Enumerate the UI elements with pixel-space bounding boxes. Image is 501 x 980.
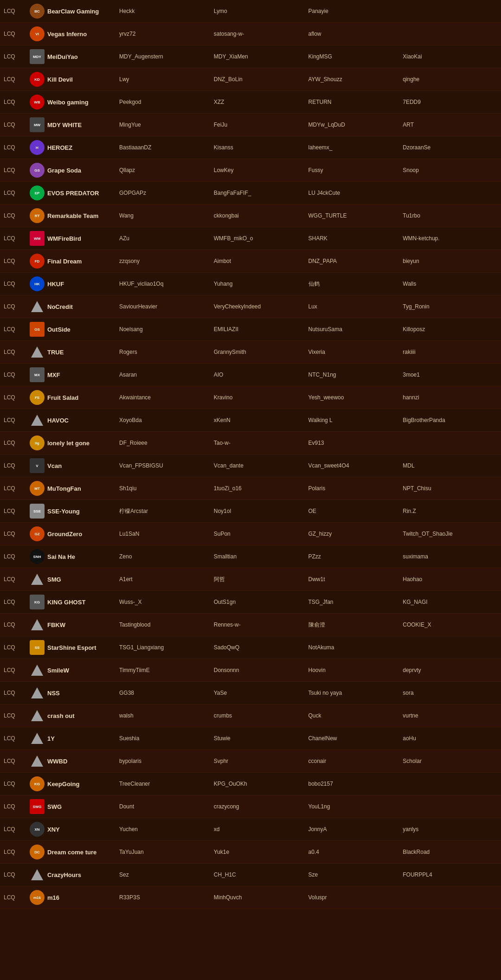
table-row: LCQ DC Dream come ture TaYuJuan Yuk1e a0…: [0, 841, 501, 864]
team-name: StarShine Esport: [47, 644, 119, 651]
league-label: LCQ: [4, 508, 27, 514]
player-3: LU J4ckCute: [308, 190, 403, 196]
player-4: KG_NAGI: [403, 599, 497, 605]
player-1: Noelsang: [119, 326, 214, 333]
league-label: LCQ: [4, 53, 27, 60]
player-1: yrvz72: [119, 31, 214, 37]
player-1: Wang: [119, 212, 214, 219]
team-logo: SNH: [27, 548, 47, 565]
team-logo: [27, 298, 47, 315]
table-row: LCQ MDY MeiDuiYao MDY_Augenstern MDY_Xia…: [0, 45, 501, 68]
league-label: LCQ: [4, 644, 27, 651]
team-name: BearClaw Gaming: [47, 8, 119, 15]
table-row: LCQ KG KeepGoing TreeCleaner KPG_OuOKh b…: [0, 773, 501, 795]
player-2: xKenN: [214, 417, 308, 423]
table-row: LCQ BC BearClaw Gaming Heckk Lymo Panayi…: [0, 0, 501, 23]
player-2: AIO: [214, 372, 308, 378]
team-logo: [27, 730, 47, 747]
player-4: yanlys: [403, 826, 497, 833]
player-1: zzqsony: [119, 258, 214, 264]
team-name: Grape Soda: [47, 167, 119, 174]
player-1: SaviourHeavier: [119, 303, 214, 310]
svg-marker-5: [31, 665, 43, 676]
player-2: CH_H1C: [214, 871, 308, 878]
team-logo: SSE: [27, 503, 47, 519]
player-3: laheemx_: [308, 144, 403, 151]
team-logo: GS: [27, 162, 47, 179]
player-1: Dount: [119, 803, 214, 810]
team-name: SmileW: [47, 667, 119, 674]
player-4: bieyun: [403, 258, 497, 264]
league-label: LCQ: [4, 122, 27, 128]
player-2: FeiJu: [214, 122, 308, 128]
table-row: LCQ SWG SWG Dount crazycong YouL1ng: [0, 795, 501, 818]
team-name: TRUE: [47, 349, 119, 356]
player-3: Ev913: [308, 440, 403, 446]
table-row: LCQ SS StarShine Esport TSG1_Liangxiang …: [0, 636, 501, 659]
team-logo: [27, 571, 47, 588]
table-row: LCQ SMG A1ert 阿哲 Dww1t Haohao: [0, 568, 501, 591]
league-label: LCQ: [4, 303, 27, 310]
table-row: LCQ OS OutSide Noelsang EMILIAZII Nutsur…: [0, 318, 501, 341]
team-logo: FS: [27, 389, 47, 406]
league-label: LCQ: [4, 417, 27, 423]
player-3: PZzz: [308, 553, 403, 560]
team-name: WWBD: [47, 758, 119, 765]
player-1: XoyoBda: [119, 417, 214, 423]
player-1: Sh1qiu: [119, 485, 214, 492]
team-logo: [27, 866, 47, 883]
team-logo: MDY: [27, 48, 47, 65]
team-logo: KG: [27, 775, 47, 792]
player-1: Vcan_FPSBIGSU: [119, 462, 214, 469]
player-3: RETURN: [308, 99, 403, 105]
player-2: LowKey: [214, 167, 308, 173]
team-logo: [27, 662, 47, 679]
player-1: Yuchen: [119, 826, 214, 833]
team-name: crash out: [47, 712, 119, 719]
player-1: BastiaaanDZ: [119, 144, 214, 151]
player-3: Lux: [308, 303, 403, 310]
player-3: MDYw_LqDuD: [308, 122, 403, 128]
player-1: TimmyTiimE: [119, 667, 214, 673]
team-logo: WM: [27, 230, 47, 247]
table-row: LCQ RT Remarkable Team Wang ckkongbai WG…: [0, 205, 501, 227]
player-4: ART: [403, 122, 497, 128]
player-2: DNZ_BoLin: [214, 76, 308, 83]
player-4: deprvty: [403, 667, 497, 673]
player-3: OE: [308, 508, 403, 514]
player-4: qinghe: [403, 76, 497, 83]
player-4: sora: [403, 690, 497, 696]
player-3: AYW_Shouzz: [308, 76, 403, 83]
player-4: Tu1rbo: [403, 212, 497, 219]
player-1: HKUF_vicliao1Oq: [119, 281, 214, 287]
player-4: Twitch_OT_ShaoJie: [403, 531, 497, 537]
player-2: Lymo: [214, 8, 308, 14]
team-logo: GZ: [27, 525, 47, 542]
team-logo: XN: [27, 821, 47, 838]
player-2: Kravino: [214, 394, 308, 401]
table-row: LCQ MT MuTongFan Sh1qiu 1tuoZi_o16 Polar…: [0, 477, 501, 500]
player-3: NotAkuma: [308, 644, 403, 651]
league-label: LCQ: [4, 349, 27, 355]
player-3: 仙鹤: [308, 280, 403, 288]
player-4: Killoposz: [403, 326, 497, 333]
player-3: KingMSG: [308, 53, 403, 60]
team-logo: [27, 707, 47, 724]
player-4: 7EDD9: [403, 99, 497, 105]
player-4: WMN-ketchup.: [403, 235, 497, 242]
team-name: Vcan: [47, 462, 119, 469]
league-label: LCQ: [4, 99, 27, 105]
player-2: Stuwie: [214, 735, 308, 742]
player-3: Yesh_weewoo: [308, 394, 403, 401]
player-2: SuPon: [214, 531, 308, 537]
team-logo: H: [27, 139, 47, 156]
player-2: VeryCheekyIndeed: [214, 303, 308, 310]
league-label: LCQ: [4, 894, 27, 901]
team-name: Dream come ture: [47, 849, 119, 856]
player-4: rakiiii: [403, 349, 497, 355]
player-3: NutsuruSama: [308, 326, 403, 333]
table-row: LCQ FS Fruit Salad Akwaintance Kravino Y…: [0, 386, 501, 409]
player-2: Rennes-w-: [214, 621, 308, 628]
player-1: Lu1SaN: [119, 531, 214, 537]
team-logo: llg: [27, 435, 47, 451]
